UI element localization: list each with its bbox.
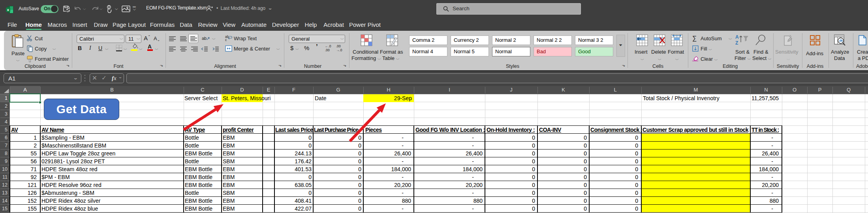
svg-text:A: A [735,34,739,40]
svg-text:x: x [7,7,9,12]
svg-text:Z: Z [735,40,738,45]
svg-text:ab: ab [202,36,207,41]
